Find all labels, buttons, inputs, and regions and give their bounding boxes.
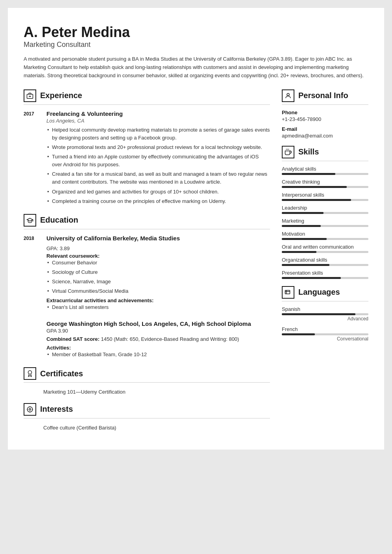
skill-item: Oral and written communication: [282, 244, 368, 253]
experience-section-header: Experience: [24, 89, 270, 102]
experience-bullet: Helped local community develop marketing…: [46, 126, 270, 142]
interests-divider: [24, 418, 270, 418]
skill-bar-bg: [282, 238, 368, 240]
skill-bar-fill: [282, 199, 351, 201]
experience-job-title: Freelancing & Volunteering: [46, 110, 270, 117]
skill-item: Interpersonal skills: [282, 192, 368, 201]
personal-info-header: Personal Info: [282, 89, 368, 102]
skill-name: Oral and written communication: [282, 244, 368, 250]
skill-bar-fill: [282, 238, 327, 240]
experience-year: 2017: [24, 110, 40, 207]
skill-name: Organizational skills: [282, 257, 368, 263]
language-level: Conversational: [282, 336, 368, 342]
interests-icon: [24, 403, 36, 416]
languages-list: Spanish Advanced French Conversational: [282, 306, 368, 342]
language-level: Advanced: [282, 316, 368, 322]
education-content-0: University of California Berkeley, Media…: [46, 235, 270, 313]
skill-bar-fill: [282, 186, 347, 188]
skill-item: Leadership: [282, 205, 368, 214]
certificates-title: Certificates: [40, 369, 83, 378]
education-school-1: George Washington High School, Los Angel…: [46, 320, 270, 327]
skill-item: Analytical skills: [282, 166, 368, 175]
certificates-section-header: Certificates: [24, 367, 270, 380]
skill-item: Presentation skills: [282, 270, 368, 279]
extracurricular-list: Dean's List all semesters: [46, 303, 270, 311]
header: A. Peter Medina Marketing Consultant A m…: [24, 24, 368, 89]
experience-bullet: Wrote promotional texts and 20+ professi…: [46, 143, 270, 151]
candidate-title: Marketing Consultant: [24, 41, 368, 49]
experience-bullet: Turned a friend into an Apple customer b…: [46, 153, 270, 169]
certificate-0: Marketing 101—Udemy Certification: [24, 388, 270, 396]
personal-info-icon: [282, 89, 294, 102]
education-year-1: [24, 320, 40, 361]
skill-name: Presentation skills: [282, 270, 368, 276]
skill-item: Organizational skills: [282, 257, 368, 266]
skill-item: Creative thinking: [282, 179, 368, 188]
coursework-item: Consumer Behavior: [46, 259, 270, 267]
skill-name: Creative thinking: [282, 179, 368, 185]
skill-bar-fill: [282, 225, 321, 227]
education-divider: [24, 229, 270, 229]
skill-bar-bg: [282, 199, 368, 201]
skill-name: Leadership: [282, 205, 368, 211]
skill-bar-bg: [282, 212, 368, 214]
activities-label: Activities:: [46, 345, 270, 351]
svg-point-4: [27, 407, 33, 412]
education-school-0: University of California Berkeley, Media…: [46, 235, 270, 242]
skill-name: Motivation: [282, 231, 368, 237]
language-name: Spanish: [282, 306, 368, 312]
phone-label: Phone: [282, 110, 368, 115]
skill-item: Marketing: [282, 218, 368, 227]
education-entry-0: 2018 University of California Berkeley, …: [24, 235, 270, 313]
svg-point-10: [287, 93, 289, 96]
candidate-name: A. Peter Medina: [24, 24, 368, 41]
languages-section-header: Languages: [282, 286, 368, 299]
personal-info-divider: [282, 104, 368, 105]
skill-bar-bg: [282, 277, 368, 279]
coursework-item: Sociology of Culture: [46, 268, 270, 276]
coursework-list: Consumer BehaviorSociology of CultureSci…: [46, 259, 270, 296]
skill-item: Motivation: [282, 231, 368, 240]
education-section-header: Education: [24, 214, 270, 227]
skills-section-header: Skills: [282, 146, 368, 158]
svg-point-3: [28, 371, 32, 374]
education-entry-1: George Washington High School, Los Angel…: [24, 320, 270, 361]
candidate-summary: A motivated and personable student pursu…: [24, 55, 368, 80]
interests-title: Interests: [40, 405, 73, 414]
experience-bullet: Created a fan site for a musical band, a…: [46, 170, 270, 186]
coursework-item: Science, Narrative, Image: [46, 278, 270, 286]
skills-title: Skills: [298, 147, 319, 156]
experience-bullets: Helped local community develop marketing…: [46, 126, 270, 205]
languages-title: Languages: [298, 288, 340, 297]
language-name: French: [282, 326, 368, 332]
experience-title: Experience: [40, 91, 82, 100]
experience-bullet: Organized and led games and activities f…: [46, 188, 270, 196]
language-bar-bg: [282, 313, 368, 315]
sat-label: Combined SAT score:: [46, 336, 100, 342]
certificates-icon: [24, 367, 36, 380]
activities-list: Member of Basketball Team, Grade 10-12: [46, 351, 270, 359]
education-year-0: 2018: [24, 235, 40, 313]
language-item: French Conversational: [282, 326, 368, 342]
skill-bar-bg: [282, 225, 368, 227]
skill-bar-bg: [282, 173, 368, 175]
edu-gpa-1: GPA 3.90: [46, 328, 270, 334]
extracurricular-item: Dean's List all semesters: [46, 303, 270, 311]
skill-bar-fill: [282, 251, 316, 253]
coursework-item: Virtual Communities/Social Media: [46, 287, 270, 295]
skill-bar-fill: [282, 264, 329, 266]
email-label: E-mail: [282, 126, 368, 132]
language-item: Spanish Advanced: [282, 306, 368, 322]
phone-value: +1-23-456-78900: [282, 116, 368, 122]
certificates-divider: [24, 382, 270, 383]
language-bar-bg: [282, 333, 368, 335]
skill-name: Marketing: [282, 218, 368, 224]
skill-name: Interpersonal skills: [282, 192, 368, 198]
language-bar-fill: [282, 313, 355, 315]
skill-bar-bg: [282, 186, 368, 188]
edu-gpa-0: GPA: 3.89: [46, 245, 270, 251]
experience-divider: [24, 104, 270, 105]
skill-bar-fill: [282, 212, 324, 214]
experience-entry-0: 2017 Freelancing & Volunteering Los Ange…: [24, 110, 270, 207]
skill-name: Analytical skills: [282, 166, 368, 172]
